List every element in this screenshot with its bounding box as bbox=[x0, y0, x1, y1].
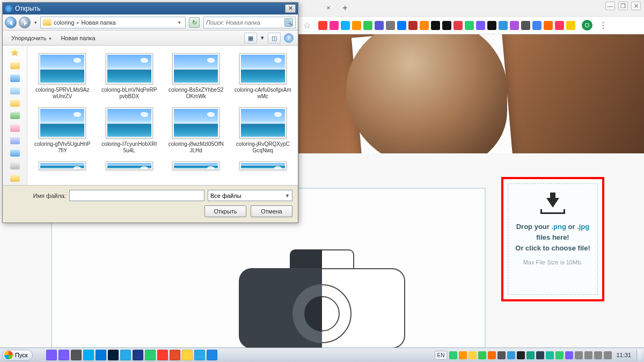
file-item[interactable]: coloring-gfVtv5UguHnP7fiY bbox=[32, 107, 93, 154]
extension-icon[interactable] bbox=[487, 21, 496, 30]
breadcrumb[interactable]: coloring ▸ Новая папка ▾ bbox=[40, 17, 186, 28]
taskbar-app-icon[interactable] bbox=[71, 350, 82, 360]
extension-icon[interactable] bbox=[375, 21, 384, 30]
nav-back-button[interactable] bbox=[5, 17, 17, 28]
tab-close-icon[interactable]: × bbox=[325, 4, 332, 12]
places-computer-icon[interactable] bbox=[10, 150, 20, 157]
taskbar-app-icon[interactable] bbox=[157, 350, 168, 360]
newfolder-button[interactable]: Новая папка bbox=[56, 33, 99, 43]
search-input[interactable] bbox=[206, 19, 284, 26]
taskbar-app-icon[interactable] bbox=[108, 350, 119, 360]
bookmark-star-icon[interactable]: ☆ bbox=[303, 20, 311, 31]
open-button[interactable]: Открыть bbox=[204, 205, 246, 217]
taskbar-app-icon[interactable] bbox=[207, 350, 217, 360]
places-extra-icon[interactable] bbox=[10, 175, 20, 182]
tray-icon[interactable] bbox=[584, 351, 592, 359]
extension-icon[interactable] bbox=[431, 21, 440, 30]
extension-icon[interactable] bbox=[521, 21, 530, 30]
file-item[interactable]: coloring-jRvQRQXypCGcqNwq bbox=[232, 107, 294, 154]
browser-menu-icon[interactable]: ⋮ bbox=[599, 20, 608, 31]
cancel-button[interactable]: Отмена bbox=[251, 205, 292, 217]
extension-icon[interactable] bbox=[555, 21, 564, 30]
filename-input[interactable] bbox=[69, 190, 204, 201]
nav-forward-button[interactable] bbox=[19, 17, 31, 28]
extension-icon[interactable] bbox=[330, 21, 339, 30]
taskbar-app-icon[interactable] bbox=[133, 350, 143, 360]
view-dropdown-icon[interactable]: ▾ bbox=[259, 33, 266, 43]
taskbar-app-icon[interactable] bbox=[145, 350, 156, 360]
language-indicator[interactable]: EN bbox=[435, 351, 448, 360]
file-item-partial[interactable] bbox=[32, 161, 93, 173]
view-mode-button[interactable]: ▦ bbox=[244, 33, 257, 43]
extension-icon[interactable] bbox=[318, 21, 327, 30]
tray-icon[interactable] bbox=[459, 351, 467, 359]
tray-icon[interactable] bbox=[555, 351, 564, 359]
extension-icon[interactable] bbox=[420, 21, 429, 30]
extension-icon[interactable] bbox=[386, 21, 395, 30]
file-item-partial[interactable] bbox=[165, 161, 227, 173]
extension-icon[interactable] bbox=[453, 21, 463, 30]
file-item-partial[interactable] bbox=[99, 161, 160, 173]
breadcrumb-seg1[interactable]: coloring bbox=[54, 19, 75, 26]
help-button[interactable]: ? bbox=[284, 33, 294, 43]
tray-icon[interactable] bbox=[546, 351, 554, 359]
places-favorites-icon[interactable] bbox=[10, 49, 20, 57]
taskbar-app-icon[interactable] bbox=[120, 350, 131, 360]
show-desktop-button[interactable] bbox=[636, 350, 642, 361]
tray-icon[interactable] bbox=[488, 351, 496, 359]
extension-icon[interactable] bbox=[341, 21, 350, 30]
filetype-select[interactable]: Все файлы▼ bbox=[208, 190, 292, 201]
tray-icon[interactable] bbox=[565, 351, 573, 359]
places-pictures-icon[interactable] bbox=[10, 124, 20, 131]
tray-icon[interactable] bbox=[526, 351, 535, 359]
taskbar-app-icon[interactable] bbox=[83, 350, 94, 360]
extension-icon[interactable] bbox=[566, 21, 575, 30]
tray-icon[interactable] bbox=[449, 351, 457, 359]
tray-icon[interactable] bbox=[594, 351, 602, 359]
places-downloads-icon[interactable] bbox=[10, 112, 20, 119]
dialog-titlebar[interactable]: Открыть ✕ bbox=[3, 3, 298, 14]
extension-icon[interactable] bbox=[352, 21, 361, 30]
tray-icon[interactable] bbox=[517, 351, 525, 359]
taskbar-app-icon[interactable] bbox=[96, 350, 106, 360]
extension-icon[interactable] bbox=[532, 21, 541, 30]
window-minimize-button[interactable]: — bbox=[605, 2, 615, 10]
dialog-close-button[interactable]: ✕ bbox=[285, 4, 296, 13]
places-folder-icon[interactable] bbox=[10, 62, 20, 69]
extension-icon[interactable] bbox=[476, 21, 485, 30]
drop-card[interactable]: Drop your .png or .jpg files here! Or cl… bbox=[501, 177, 604, 301]
tray-icon[interactable] bbox=[469, 351, 477, 359]
tray-icon[interactable] bbox=[536, 351, 544, 359]
tray-icon[interactable] bbox=[478, 351, 486, 359]
extension-icon[interactable] bbox=[499, 21, 508, 30]
taskbar-app-icon[interactable] bbox=[46, 350, 57, 360]
start-button[interactable]: Пуск bbox=[2, 350, 33, 361]
file-item[interactable]: coloring-j8wzMzl05OfNJLHd bbox=[165, 107, 227, 154]
tray-icon[interactable] bbox=[604, 351, 612, 359]
profile-avatar[interactable]: O bbox=[582, 20, 592, 31]
places-libraries-icon[interactable] bbox=[10, 75, 20, 82]
organize-menu[interactable]: Упорядочить▼ bbox=[7, 33, 56, 43]
extension-icon[interactable] bbox=[465, 21, 474, 30]
taskbar-app-icon[interactable] bbox=[170, 350, 180, 360]
extension-icon[interactable] bbox=[408, 21, 418, 30]
tray-icon[interactable] bbox=[507, 351, 515, 359]
nav-history-dropdown[interactable]: ▾ bbox=[33, 17, 38, 28]
extension-icon[interactable] bbox=[544, 21, 553, 30]
file-item[interactable]: coloring-I7cyunHobXRI5u4L bbox=[99, 107, 160, 154]
taskbar-app-icon[interactable] bbox=[182, 350, 193, 360]
extension-icon[interactable] bbox=[363, 21, 372, 30]
file-item[interactable]: coloring-5PRVLMs9AzwUnrZV bbox=[32, 53, 93, 100]
taskbar-app-icon[interactable] bbox=[58, 350, 69, 360]
extension-icon[interactable] bbox=[442, 21, 451, 30]
file-item[interactable]: coloring-cArfu0sofgxAmwMc bbox=[232, 53, 294, 100]
file-item[interactable]: coloring-bLmVNqPeRPpvbBDX bbox=[99, 53, 160, 100]
places-music-icon[interactable] bbox=[10, 137, 20, 144]
places-network-icon[interactable] bbox=[10, 162, 20, 169]
places-documents-icon[interactable] bbox=[10, 100, 20, 107]
breadcrumb-dropdown-icon[interactable]: ▾ bbox=[175, 20, 183, 25]
tray-icon[interactable] bbox=[575, 351, 583, 359]
places-desktop-icon[interactable] bbox=[10, 87, 20, 94]
taskbar-app-icon[interactable] bbox=[194, 350, 205, 360]
preview-pane-button[interactable]: ◫ bbox=[268, 33, 281, 43]
